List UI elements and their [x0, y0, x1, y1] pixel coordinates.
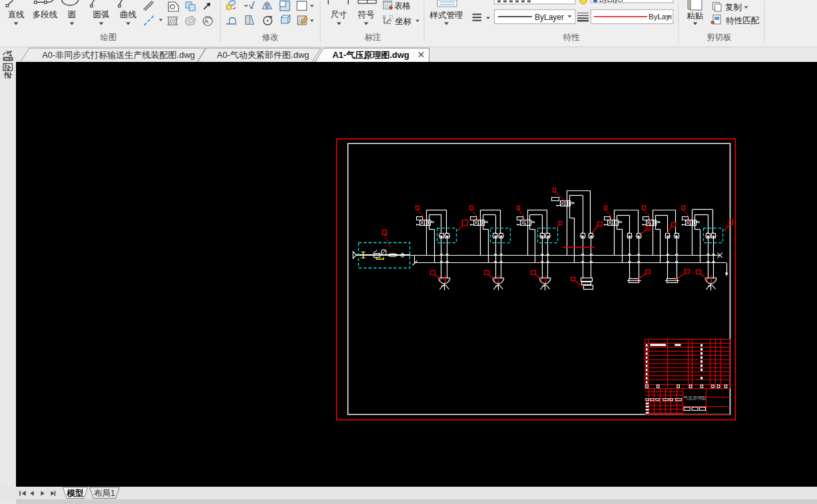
svg-text:复制: 复制 — [725, 3, 742, 12]
svg-text:粘贴: 粘贴 — [687, 11, 704, 21]
svg-text:圆弧: 圆弧 — [93, 10, 111, 19]
svg-text:剪切板: 剪切板 — [706, 33, 732, 42]
svg-text:圆: 圆 — [68, 10, 77, 19]
svg-text:坐标: 坐标 — [395, 17, 412, 26]
svg-text:A: A — [204, 17, 209, 25]
svg-text:样式管理: 样式管理 — [429, 11, 463, 20]
svg-text:表格: 表格 — [394, 1, 411, 11]
svg-text:气压原理图: 气压原理图 — [684, 395, 706, 401]
svg-text:尺寸: 尺寸 — [331, 10, 348, 19]
svg-text:多段线: 多段线 — [33, 10, 58, 19]
svg-text:标注: 标注 — [365, 33, 382, 42]
svg-text:曲线: 曲线 — [120, 10, 136, 19]
svg-text:绘图: 绘图 — [101, 33, 117, 42]
svg-text:模型: 模型 — [67, 489, 85, 498]
svg-text:直线: 直线 — [8, 10, 25, 19]
svg-text:布局1: 布局1 — [94, 489, 115, 498]
svg-text:ByLayer: ByLayer — [535, 13, 564, 22]
svg-text:A0-非同步式打标输送生产线装配图.dwg: A0-非同步式打标输送生产线装配图.dwg — [42, 50, 195, 60]
svg-text:符号: 符号 — [358, 10, 375, 19]
svg-text:A1-气压原理图.dwg: A1-气压原理图.dwg — [332, 50, 409, 60]
svg-text:A0-气动夹紧部件图.dwg: A0-气动夹紧部件图.dwg — [217, 50, 310, 60]
svg-text:ByLayer: ByLayer — [599, 0, 624, 3]
svg-text:修改: 修改 — [262, 33, 279, 42]
svg-text:特性匹配: 特性匹配 — [726, 16, 760, 25]
svg-text:特性: 特性 — [563, 33, 581, 42]
